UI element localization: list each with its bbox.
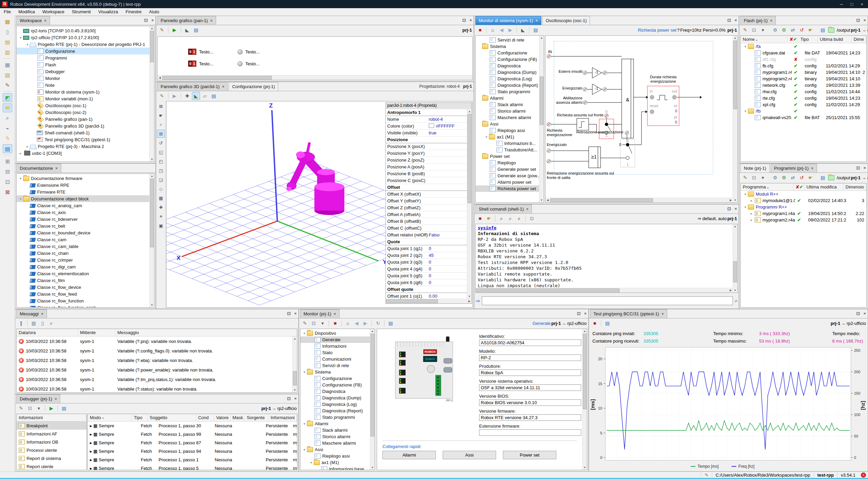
tree-item[interactable]: Classe rc_analog_cam [17, 202, 154, 209]
fwd-icon[interactable]: ▶ [361, 319, 370, 327]
tree-item[interactable]: Pannello grafico (pan-1) [17, 116, 154, 122]
property-row[interactable]: Colore (color)#FFFFFF [386, 123, 467, 130]
edit-icon[interactable]: ✎ [741, 174, 749, 182]
save-document-icon[interactable]: ▥ [3, 48, 12, 56]
ruler-icon[interactable]: ◣ [183, 26, 191, 34]
tree-item[interactable]: ▾ax1 (M1) [300, 459, 375, 466]
breakpoint-row[interactable]: ▸ ▦ SempreFetchProcesso 1, passo 99Nessu… [88, 430, 297, 439]
debugger-category[interactable]: Report utente [17, 462, 86, 470]
open-document-icon[interactable]: ▤ [3, 37, 12, 46]
tree-item[interactable]: Assi [476, 121, 544, 127]
pagei-icon[interactable]: ▯ [38, 319, 47, 327]
tree-item[interactable]: Stack allarmi [476, 101, 544, 108]
field-value[interactable]: AS1018.002-A062754 [479, 340, 581, 346]
tab-pannello-grafico-3d[interactable]: Pannello grafico 3D (pan3d-1)× [157, 82, 228, 91]
drop-icon[interactable]: ▾ [759, 26, 767, 34]
tree-expander-icon[interactable]: ▾ [18, 36, 23, 39]
tree-item[interactable]: Shell comandi (shell-1) [17, 129, 154, 136]
sync-icon[interactable]: ⇄ [789, 26, 797, 34]
view3d-tool-icon[interactable]: ▣ [157, 221, 165, 230]
edit-icon[interactable]: ✎ [17, 404, 25, 412]
connect-icon[interactable]: ◩ [3, 93, 12, 102]
new-document-icon[interactable]: ▯ [3, 27, 12, 36]
pagedit-icon[interactable]: ▱ [201, 92, 209, 100]
tab-shell-comandi[interactable]: Shell comandi (shell-1)× [475, 204, 532, 213]
tree-item[interactable]: Stato [300, 349, 375, 356]
message-row[interactable]: ✘10/03/2022 10:36:58sysm-1Variabile (?.e… [17, 356, 297, 365]
file-row[interactable]: rte.cfg✔config19/04/2021 14:23:33 [741, 95, 866, 101]
printer-icon[interactable]: ▥ [30, 319, 38, 327]
breakpoint-row[interactable]: ▸ ▦ SempreFetchProcesso 1, passo 5Nessun… [88, 464, 297, 470]
magm-icon[interactable]: ⌕ [515, 214, 523, 222]
book-icon[interactable]: ▤ [531, 26, 540, 34]
shell-output[interactable]: sysinfoInformazioni di sistemaRP-2 da Ro… [475, 224, 738, 293]
close-tab-icon[interactable]: × [54, 395, 57, 403]
tab-monitor-di-sistema[interactable]: Monitor di sistema (sysm-1)× [475, 16, 541, 25]
property-row[interactable]: Posizione A (posA) [386, 164, 467, 170]
view3d-tool-icon[interactable]: ☛ [157, 111, 165, 119]
tree-item[interactable]: Monitor variabili (mon-1) [17, 95, 154, 102]
monitor-tree-scrollbar[interactable]: ▲▼ [370, 329, 375, 470]
file-row[interactable]: cfgsave.dat✔file DAT19/04/2021 14:23:33 [741, 50, 866, 56]
file-row[interactable]: ▾/fb✔ [741, 108, 866, 114]
menu-workspace[interactable]: Workspace [38, 8, 68, 16]
tree-item[interactable]: Configurazione (FB) [476, 56, 544, 63]
edit-icon[interactable]: ✎ [158, 92, 166, 100]
toggle-widget[interactable]: 01 [188, 61, 196, 67]
ruler-icon[interactable]: ◣ [519, 26, 527, 34]
tree-item[interactable]: Generale power set [476, 166, 544, 172]
refresh-icon[interactable]: ↻ [374, 319, 382, 327]
mag-icon[interactable]: ⌕ [47, 319, 55, 327]
tree-item[interactable]: Generale asse (pow... [476, 172, 544, 179]
fwd-icon[interactable]: ▶ [506, 26, 514, 34]
view3d-tool-icon[interactable]: ◰ [157, 157, 165, 165]
tree-item[interactable]: rp2-loris [TCP/IP 10.0.45.3:8100] [17, 27, 154, 34]
ruler-icon[interactable]: ◣ [192, 92, 200, 100]
tree-item[interactable]: Servizi di rete [476, 37, 544, 43]
tab-workspace[interactable]: Workspace× [16, 16, 50, 25]
tree-expander-icon[interactable]: ▾ [309, 461, 314, 464]
home-icon[interactable]: ⌂ [489, 26, 497, 34]
tree-item[interactable]: Classe rc_chain [17, 250, 154, 257]
field-value[interactable]: Robox BIOS versione 3.0.10 [479, 399, 581, 406]
view3d-tool-icon[interactable]: ☀ [157, 212, 165, 220]
tree-item[interactable]: Servizi di rete [300, 362, 375, 369]
book-icon[interactable]: ▤ [60, 404, 68, 412]
tree-expander-icon[interactable]: ▾ [302, 422, 307, 426]
play-icon[interactable]: ▶ [47, 404, 55, 412]
tree-item[interactable]: Diagnostica (Log) [476, 76, 544, 82]
file-row[interactable]: ▸myprogram1.r4a✔19/04/2021 14:50:272.22 [741, 210, 866, 217]
tree-item[interactable]: Diagnostica (Report) [300, 408, 375, 414]
workspace-scrollbar[interactable]: ▲▼ [149, 26, 154, 162]
close-panel-icon[interactable]: × [863, 165, 866, 170]
tree-item[interactable]: Riepilogo [476, 160, 544, 166]
documentation-scrollbar[interactable]: ▲▼ [149, 174, 154, 307]
tree-item[interactable]: Classe rc_cam [17, 236, 154, 243]
command-input[interactable] [482, 296, 733, 305]
tree-expander-icon[interactable]: ▾ [302, 331, 307, 335]
tree-item[interactable]: Sistema [476, 43, 544, 50]
tree-item[interactable]: Power set [476, 153, 544, 160]
tree-item[interactable]: Configurazione [17, 48, 154, 54]
tree-item[interactable]: Riepilogo assi [476, 127, 544, 134]
tree-item[interactable]: Debugger [17, 68, 154, 75]
file-row[interactable]: ▾Programmi R++ [741, 204, 866, 210]
tree-expander-icon[interactable]: ▾ [18, 197, 23, 201]
tab-note[interactable]: Note (prj-1) [740, 164, 770, 172]
hand-icon[interactable]: ☛ [806, 26, 815, 34]
copy-icon[interactable]: ⊡ [528, 214, 536, 222]
tree-item[interactable]: ▸Progetto RTE (prj-3) - Macchina 2 [17, 143, 154, 150]
message-row[interactable]: ✘10/03/2022 10:36:58sysm-1Variabile (?.t… [17, 375, 297, 384]
tree-item[interactable]: Classe rc_flow_feed [17, 291, 154, 297]
close-panel-icon[interactable]: × [151, 18, 154, 23]
hand-icon[interactable]: ☛ [806, 174, 815, 182]
edit-icon[interactable]: ✎ [741, 26, 749, 34]
undo-icon[interactable]: ↺ [798, 26, 806, 34]
property-row[interactable]: Offset B (offsetB) [386, 218, 467, 225]
tree-item[interactable]: Estensione RPE [17, 182, 154, 188]
view3d-tool-icon[interactable]: ◱ [157, 148, 165, 156]
close-tab-icon[interactable]: × [661, 310, 664, 318]
back-icon[interactable]: ◀ [353, 319, 361, 327]
breakpoint-row[interactable]: ▸ ▦ SempreFetchProcesso 1, passo 94Nessu… [88, 447, 297, 456]
document-props-icon[interactable]: ▦ [3, 60, 12, 69]
